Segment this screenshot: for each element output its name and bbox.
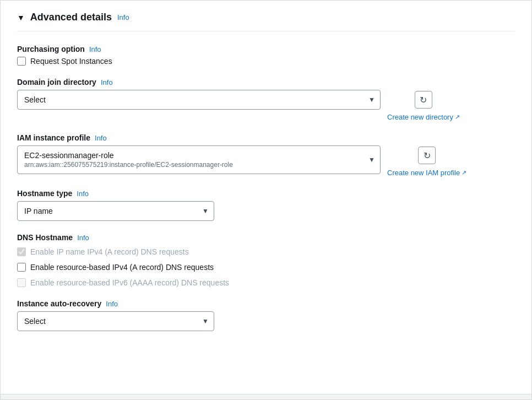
dns-checkbox-row-3: Enable resource-based IPv6 (AAAA record)… [17, 278, 515, 287]
dns-hostname-section: DNS Hostname Info Enable IP name IPv4 (A… [17, 233, 515, 287]
instance-auto-recovery-select-wrapper: Select ▼ [17, 311, 214, 331]
dns-hostname-info-link[interactable]: Info [77, 234, 89, 242]
purchasing-option-label: Purchasing option Info [17, 45, 515, 53]
hostname-type-section: Hostname type Info IP name ▼ [17, 189, 515, 221]
create-new-iam-profile-link[interactable]: Create new IAM profile ↗ [387, 169, 466, 177]
purchasing-option-section: Purchasing option Info Request Spot Inst… [17, 45, 515, 66]
hostname-type-select-wrapper: IP name ▼ [17, 201, 214, 221]
iam-profile-refresh-button[interactable]: ↻ [418, 147, 436, 164]
domain-join-directory-select-wrapper: Select ▼ [17, 90, 381, 110]
spot-instances-row: Request Spot Instances [17, 57, 515, 66]
dns-ipv4-arecord-label: Enable IP name IPv4 (A record) DNS reque… [30, 247, 189, 256]
section-title: Advanced details [30, 12, 112, 23]
bottom-bar [1, 394, 531, 399]
instance-auto-recovery-label: Instance auto-recovery Info [17, 299, 515, 308]
iam-instance-profile-row: EC2-sessionmanager-role arn:aws:iam::256… [17, 145, 515, 177]
purchasing-option-info-link[interactable]: Info [89, 45, 101, 53]
iam-instance-profile-select[interactable]: EC2-sessionmanager-role arn:aws:iam::256… [17, 145, 381, 174]
instance-auto-recovery-info-link[interactable]: Info [106, 300, 118, 308]
domain-join-directory-row: Select ▼ ↻ Create new directory ↗ [17, 90, 515, 121]
domain-join-directory-info-link[interactable]: Info [101, 78, 113, 87]
dns-hostname-checkboxes: Enable IP name IPv4 (A record) DNS reque… [17, 245, 515, 287]
external-link-icon: ↗ [455, 113, 460, 121]
instance-auto-recovery-select[interactable]: Select [17, 311, 214, 331]
iam-instance-profile-label: IAM instance profile Info [17, 133, 515, 142]
hostname-type-select[interactable]: IP name [17, 201, 214, 221]
domain-join-directory-section: Domain join directory Info Select ▼ ↻ Cr… [17, 78, 515, 121]
hostname-type-info-link[interactable]: Info [77, 190, 89, 198]
dns-resource-ipv4-checkbox[interactable] [17, 263, 26, 272]
hostname-type-label: Hostname type Info [17, 189, 515, 198]
collapse-icon[interactable]: ▼ [17, 13, 25, 22]
dns-resource-ipv6-label: Enable resource-based IPv6 (AAAA record)… [30, 278, 229, 287]
instance-auto-recovery-section: Instance auto-recovery Info Select ▼ [17, 299, 515, 331]
domain-join-directory-select[interactable]: Select [17, 90, 381, 110]
section-header: ▼ Advanced details Info [17, 12, 515, 31]
iam-profile-actions: ↻ Create new IAM profile ↗ [387, 145, 466, 177]
iam-select-wrapper: EC2-sessionmanager-role arn:aws:iam::256… [17, 145, 381, 174]
domain-join-directory-label: Domain join directory Info [17, 78, 515, 87]
dns-resource-ipv4-label[interactable]: Enable resource-based IPv4 (A record) DN… [30, 263, 214, 272]
spot-instances-checkbox[interactable] [17, 57, 26, 66]
iam-external-link-icon: ↗ [462, 169, 466, 176]
domain-join-directory-refresh-button[interactable]: ↻ [415, 91, 432, 109]
dns-checkbox-row-2: Enable resource-based IPv4 (A record) DN… [17, 263, 515, 272]
spot-instances-label[interactable]: Request Spot Instances [30, 57, 112, 66]
iam-instance-profile-info-link[interactable]: Info [95, 134, 107, 142]
domain-join-directory-actions: ↻ Create new directory ↗ [387, 90, 460, 121]
dns-hostname-label: DNS Hostname Info [17, 233, 515, 242]
iam-sub-value: arn:aws:iam::256075575219:instance-profi… [24, 161, 360, 169]
section-info-link[interactable]: Info [117, 13, 129, 21]
dns-checkbox-row-1: Enable IP name IPv4 (A record) DNS reque… [17, 247, 515, 256]
advanced-details-panel: ▼ Advanced details Info Purchasing optio… [0, 0, 532, 400]
dns-ipv4-arecord-checkbox [17, 247, 26, 256]
dns-resource-ipv6-checkbox [17, 278, 26, 287]
iam-main-value: EC2-sessionmanager-role [24, 151, 360, 160]
create-new-directory-link[interactable]: Create new directory ↗ [387, 113, 460, 121]
iam-instance-profile-section: IAM instance profile Info EC2-sessionman… [17, 133, 515, 177]
